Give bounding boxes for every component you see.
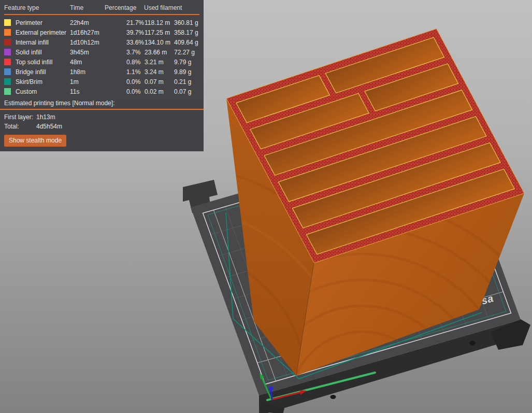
feature-percentage: 3.7% xyxy=(126,49,140,56)
percentage-bar-box xyxy=(105,59,125,65)
total-time-value: 4d5h54m xyxy=(36,123,62,130)
feature-row: Internal infill 1d10h12m 33.6% 134.10 m … xyxy=(0,37,204,47)
feature-time: 1d16h27m xyxy=(70,29,105,36)
feature-percentage: 39.7% xyxy=(126,29,140,36)
feature-weight: 0.21 g xyxy=(174,78,204,86)
feature-weight: 358.17 g xyxy=(174,29,204,36)
feature-row: Top solid infill 48m 0.8% 3.21 m 9.79 g xyxy=(0,57,204,67)
percentage-bar-box xyxy=(105,20,125,25)
feature-label: Bridge infill xyxy=(16,68,70,76)
feature-weight: 72.27 g xyxy=(174,49,204,56)
feature-color-swatch xyxy=(4,68,11,75)
feature-color-swatch xyxy=(4,59,11,65)
show-stealth-mode-button[interactable]: Show stealth mode xyxy=(4,135,66,147)
feature-row: Bridge infill 1h8m 1.1% 3.24 m 9.89 g xyxy=(0,67,204,77)
percentage-bar-box xyxy=(105,69,125,75)
feature-length: 134.10 m xyxy=(140,39,174,46)
feature-weight: 0.07 g xyxy=(174,88,204,95)
z-axis-ball xyxy=(269,387,274,391)
feature-length: 3.24 m xyxy=(140,68,174,76)
feature-percentage: 0.0% xyxy=(126,88,140,95)
col-used-filament: Used filament xyxy=(144,4,204,11)
first-layer-label: First layer: xyxy=(4,113,36,121)
percentage-bar-box xyxy=(105,39,125,45)
feature-time: 22h4m xyxy=(70,19,105,26)
feature-label: Top solid infill xyxy=(16,59,70,66)
feature-length: 3.21 m xyxy=(140,59,174,66)
feature-weight: 360.81 g xyxy=(174,19,204,26)
total-time-label: Total: xyxy=(4,123,36,130)
slicer-preview-window: Prusa xyxy=(0,0,532,413)
percentage-bar-box xyxy=(105,79,125,84)
feature-label: External perimeter xyxy=(16,29,70,36)
legend-header: Feature type Time Percentage Used filame… xyxy=(0,3,204,12)
bed-hole xyxy=(330,395,336,399)
col-time: Time xyxy=(70,4,105,11)
feature-time: 1d10h12m xyxy=(70,39,105,46)
feature-length: 118.12 m xyxy=(140,19,174,26)
feature-percentage: 21.7% xyxy=(126,19,140,26)
feature-label: Perimeter xyxy=(16,19,70,26)
col-feature-type: Feature type xyxy=(4,4,70,11)
feature-weight: 9.79 g xyxy=(174,59,204,66)
feature-label: Skirt/Brim xyxy=(16,78,70,86)
feature-color-swatch xyxy=(4,19,11,26)
feature-length: 0.07 m xyxy=(140,78,174,86)
bed-hole xyxy=(470,341,476,346)
feature-label: Custom xyxy=(16,88,70,95)
feature-color-swatch xyxy=(4,29,11,36)
feature-time: 1h8m xyxy=(70,68,105,76)
feature-color-swatch xyxy=(4,88,11,95)
header-divider xyxy=(4,14,199,15)
feature-length: 0.02 m xyxy=(140,88,174,95)
feature-percentage: 1.1% xyxy=(126,68,140,76)
feature-weight: 409.64 g xyxy=(174,39,204,46)
feature-time: 1m xyxy=(70,78,105,86)
feature-length: 23.66 m xyxy=(140,49,174,56)
feature-label: Internal infill xyxy=(16,39,70,46)
first-layer-value: 1h13m xyxy=(36,113,55,121)
feature-row: Custom 11s 0.0% 0.02 m 0.07 g xyxy=(0,87,204,96)
z-axis-arrow xyxy=(271,391,272,400)
feature-weight: 9.89 g xyxy=(174,68,204,76)
feature-time: 11s xyxy=(70,88,105,95)
estimated-times-title: Estimated printing times [Normal mode]: xyxy=(0,96,204,107)
feature-time: 48m xyxy=(70,59,105,66)
estimated-times-divider xyxy=(0,109,204,110)
feature-row: External perimeter 1d16h27m 39.7% 117.25… xyxy=(0,27,204,37)
percentage-bar-box xyxy=(105,89,125,94)
feature-color-swatch xyxy=(4,78,11,85)
feature-percentage: 0.0% xyxy=(126,78,140,86)
feature-color-swatch xyxy=(4,49,11,55)
feature-color-swatch xyxy=(4,39,11,46)
feature-row: Skirt/Brim 1m 0.0% 0.07 m 0.21 g xyxy=(0,77,204,87)
feature-length: 117.25 m xyxy=(140,29,174,36)
col-percentage: Percentage xyxy=(105,4,144,11)
percentage-bar-box xyxy=(105,49,125,55)
feature-row: Solid infill 3h45m 3.7% 23.66 m 72.27 g xyxy=(0,47,204,57)
feature-row: Perimeter 22h4m 21.7% 118.12 m 360.81 g xyxy=(0,18,204,27)
total-time-row: Total: 4d5h54m xyxy=(0,122,204,131)
feature-label: Solid infill xyxy=(16,49,70,56)
legend-panel: Feature type Time Percentage Used filame… xyxy=(0,0,204,151)
feature-percentage: 0.8% xyxy=(126,59,140,66)
first-layer-row: First layer: 1h13m xyxy=(0,112,204,122)
percentage-bar-box xyxy=(105,30,125,35)
feature-time: 3h45m xyxy=(70,49,105,56)
feature-percentage: 33.6% xyxy=(126,39,140,46)
